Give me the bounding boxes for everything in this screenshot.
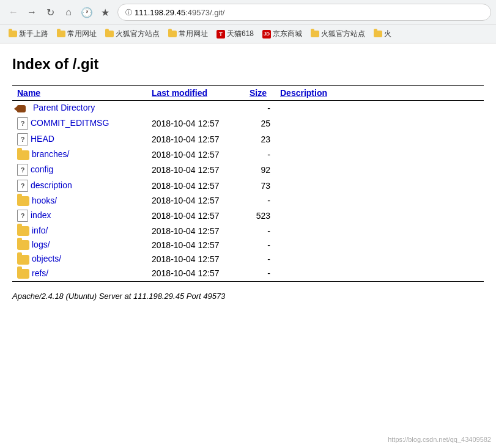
address-bar[interactable]: ⓘ 111.198.29.45:49573/.git/ — [117, 4, 491, 21]
file-icon: ? — [17, 210, 28, 222]
col-desc-header[interactable]: Description — [275, 86, 484, 101]
folder-icon — [17, 255, 29, 265]
col-size-header[interactable]: Size — [245, 86, 275, 101]
table-row: ?config2018-10-04 12:5792 — [12, 162, 484, 178]
bookmark-jd[interactable]: JD 京东商城 — [259, 28, 306, 40]
file-size: 92 — [245, 162, 275, 178]
file-desc — [275, 238, 484, 252]
file-date: 2018-10-04 12:57 — [147, 116, 245, 131]
table-row: ?HEAD2018-10-04 12:5723 — [12, 131, 484, 147]
file-date: 2018-10-04 12:57 — [147, 224, 245, 238]
folder-icon — [17, 240, 29, 250]
file-desc — [275, 131, 484, 147]
table-row: info/2018-10-04 12:57- — [12, 224, 484, 238]
file-desc — [275, 224, 484, 238]
table-header-row: Name Last modified Size Description — [12, 86, 484, 101]
jd-icon: JD — [262, 30, 271, 39]
folder-icon — [9, 31, 17, 37]
file-link[interactable]: branches/ — [32, 149, 69, 159]
bookmark-xinshoulù[interactable]: 新手上路 — [5, 28, 52, 40]
col-date-header[interactable]: Last modified — [147, 86, 245, 101]
bookmark-label: 常用网址 — [179, 29, 208, 39]
file-link[interactable]: description — [31, 180, 72, 189]
url-text: 111.198.29.45:49573/.git/ — [135, 8, 224, 17]
file-link[interactable]: refs/ — [32, 268, 48, 278]
file-link[interactable]: objects/ — [32, 254, 61, 263]
bookmark-label: 常用网址 — [67, 29, 97, 39]
folder-icon — [17, 269, 29, 279]
file-date: 2018-10-04 12:57 — [147, 266, 245, 281]
folder-icon — [311, 31, 319, 37]
file-desc — [275, 116, 484, 131]
bookmark-label: 新手上路 — [19, 29, 48, 39]
hr-bottom — [12, 281, 484, 282]
bookmarks-bar: 新手上路 常用网址 火狐官方站点 常用网址 T 天猫618 JD 京东商城 火狐… — [0, 24, 496, 43]
bookmark-label: 火狐官方站点 — [116, 29, 160, 39]
file-desc — [275, 252, 484, 266]
file-size: 523 — [245, 208, 275, 224]
back-button[interactable]: ← — [5, 4, 22, 21]
file-icon: ? — [17, 180, 28, 192]
file-size: - — [245, 147, 275, 161]
file-link[interactable]: hooks/ — [32, 196, 57, 205]
file-date — [147, 101, 245, 116]
reload-button[interactable]: ↻ — [42, 4, 59, 21]
file-size: - — [245, 101, 275, 116]
bookmark-changyong1[interactable]: 常用网址 — [53, 28, 100, 40]
file-list-body: Parent Directory-?COMMIT_EDITMSG2018-10-… — [12, 101, 484, 282]
home-button[interactable]: ⌂ — [60, 4, 77, 21]
file-link[interactable]: logs/ — [32, 240, 50, 249]
bookmark-changyong2[interactable]: 常用网址 — [165, 28, 212, 40]
bookmark-label: 天猫618 — [227, 29, 254, 39]
file-table: Name Last modified Size Description Pare… — [12, 86, 484, 281]
file-date: 2018-10-04 12:57 — [147, 131, 245, 147]
bookmark-button[interactable]: ★ — [97, 4, 114, 21]
file-desc — [275, 147, 484, 161]
file-size: - — [245, 224, 275, 238]
file-link[interactable]: HEAD — [31, 134, 54, 144]
bookmark-label: 火 — [384, 29, 391, 39]
file-date: 2018-10-04 12:57 — [147, 147, 245, 161]
browser-toolbar: ← → ↻ ⌂ 🕐 ★ ⓘ 111.198.29.45:49573/.git/ — [0, 0, 496, 24]
file-desc — [275, 178, 484, 194]
col-name-header[interactable]: Name — [12, 86, 147, 101]
table-row: hooks/2018-10-04 12:57- — [12, 194, 484, 208]
folder-icon — [57, 31, 65, 37]
file-desc — [275, 266, 484, 281]
bookmark-firefox2[interactable]: 火狐官方站点 — [307, 28, 369, 40]
history-button[interactable]: 🕐 — [78, 4, 95, 21]
file-date: 2018-10-04 12:57 — [147, 252, 245, 266]
folder-icon — [105, 31, 114, 37]
table-row: refs/2018-10-04 12:57- — [12, 266, 484, 281]
bookmark-label: 京东商城 — [273, 29, 302, 39]
folder-icon — [17, 226, 29, 236]
bookmark-extra[interactable]: 火 — [370, 28, 395, 40]
file-size: - — [245, 238, 275, 252]
file-desc — [275, 194, 484, 208]
table-row: logs/2018-10-04 12:57- — [12, 238, 484, 252]
file-link[interactable]: index — [31, 210, 51, 220]
file-desc — [275, 162, 484, 178]
forward-button[interactable]: → — [23, 4, 40, 21]
tmall-icon: T — [217, 30, 225, 39]
file-icon: ? — [17, 133, 28, 145]
page-content: Index of /.git Name Last modified Size D… — [0, 43, 496, 349]
file-link[interactable]: Parent Directory — [33, 103, 95, 112]
bookmark-label: 火狐官方站点 — [321, 29, 365, 39]
file-link[interactable]: config — [31, 164, 53, 174]
file-link[interactable]: COMMIT_EDITMSG — [31, 118, 109, 128]
file-date: 2018-10-04 12:57 — [147, 162, 245, 178]
file-desc — [275, 208, 484, 224]
file-icon: ? — [17, 117, 28, 130]
browser-chrome: ← → ↻ ⌂ 🕐 ★ ⓘ 111.198.29.45:49573/.git/ … — [0, 0, 496, 43]
file-desc — [275, 101, 484, 116]
bookmark-tmall[interactable]: T 天猫618 — [213, 28, 257, 40]
bookmark-firefox1[interactable]: 火狐官方站点 — [102, 28, 163, 40]
file-date: 2018-10-04 12:57 — [147, 238, 245, 252]
file-size: - — [245, 266, 275, 281]
nav-buttons: ← → ↻ ⌂ 🕐 ★ — [5, 4, 114, 21]
file-date: 2018-10-04 12:57 — [147, 194, 245, 208]
table-row: ?COMMIT_EDITMSG2018-10-04 12:5725 — [12, 116, 484, 131]
folder-icon — [168, 31, 177, 37]
file-link[interactable]: info/ — [32, 226, 48, 235]
